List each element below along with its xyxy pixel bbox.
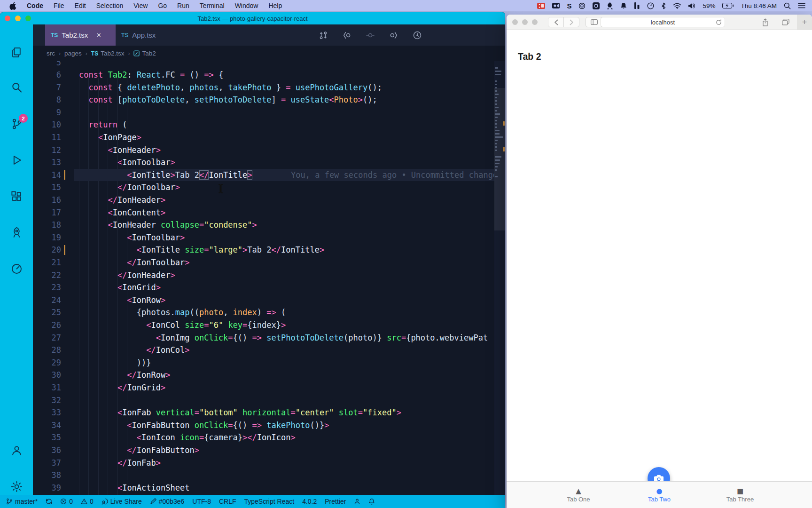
line-number[interactable]: 33: [33, 406, 61, 419]
share-icon[interactable]: [757, 17, 773, 27]
wifi-icon[interactable]: [673, 3, 681, 9]
code-line[interactable]: 18 <IonHeader collapse="condense">: [33, 219, 494, 231]
code-line[interactable]: 38: [33, 469, 494, 482]
menu-help[interactable]: Help: [268, 2, 282, 9]
line-number[interactable]: 13: [33, 156, 61, 169]
code-line[interactable]: 9: [33, 106, 494, 119]
breadcrumb-item-src[interactable]: src: [47, 50, 55, 57]
line-number[interactable]: 6: [33, 69, 61, 81]
line-number[interactable]: 20: [33, 244, 61, 256]
code-line[interactable]: 37 </IonFab>: [33, 457, 494, 469]
explorer-icon[interactable]: [10, 46, 23, 59]
code-line[interactable]: 19 <IonToolbar>: [33, 231, 494, 244]
tab-tab-two[interactable]: ●Tab Two: [631, 482, 687, 508]
line-number[interactable]: 34: [33, 419, 61, 432]
minimap[interactable]: [494, 61, 505, 495]
line-number[interactable]: 38: [33, 469, 61, 482]
line-number[interactable]: 22: [33, 269, 61, 282]
status-0[interactable]: 0: [81, 498, 94, 505]
status-live-share[interactable]: Live Share: [102, 498, 142, 505]
line-number[interactable]: 15: [33, 181, 61, 194]
code-line[interactable]: 21 </IonToolbar>: [33, 256, 494, 269]
code-line[interactable]: 20 <IonTitle size="large">Tab 2</IonTitl…: [33, 244, 494, 256]
new-tab-button[interactable]: +: [797, 15, 812, 30]
editor-tab-app.tsx[interactable]: TSApp.tsx: [116, 24, 186, 46]
line-number[interactable]: 19: [33, 231, 61, 244]
extensions-icon[interactable]: [10, 190, 23, 203]
editor-tab-tab2.tsx[interactable]: TSTab2.tsx×: [45, 24, 116, 46]
search-icon[interactable]: [10, 81, 23, 94]
line-number[interactable]: 9: [33, 106, 61, 119]
volume-icon[interactable]: [688, 3, 695, 9]
code-line[interactable]: 35 <IonIcon icon={camera}></IonIcon>: [33, 431, 494, 444]
menu-go[interactable]: Go: [158, 2, 167, 9]
menu-terminal[interactable]: Terminal: [200, 2, 225, 9]
line-number[interactable]: 12: [33, 144, 61, 157]
line-number[interactable]: 24: [33, 294, 61, 307]
code-line[interactable]: 27 <IonImg onClick={() => setPhotoToDele…: [33, 332, 494, 344]
code-line[interactable]: 22 </IonHeader>: [33, 269, 494, 282]
status-sync[interactable]: [46, 498, 52, 505]
menu-selection[interactable]: Selection: [96, 2, 124, 9]
code-line[interactable]: 10 return (: [33, 119, 494, 131]
minimize-window-button[interactable]: [522, 19, 528, 25]
run-debug-icon[interactable]: [10, 154, 23, 167]
menu-edit[interactable]: Edit: [75, 2, 86, 9]
control-center-icon[interactable]: [798, 3, 805, 8]
code-line[interactable]: 5: [33, 61, 494, 69]
line-number[interactable]: 21: [33, 256, 61, 269]
code-line[interactable]: 8 const [photoToDelete, setPhotoToDelete…: [33, 94, 494, 106]
breadcrumb-item-tab2.tsx[interactable]: TSTab2.tsx: [91, 50, 125, 57]
tab-overview-icon[interactable]: [778, 17, 793, 27]
line-number[interactable]: 31: [33, 381, 61, 394]
status-4-0-2[interactable]: 4.0.2: [302, 498, 317, 505]
close-window-button[interactable]: [512, 19, 518, 25]
forward-button[interactable]: [563, 17, 579, 27]
minimize-window-button[interactable]: [15, 16, 21, 21]
menu-run[interactable]: Run: [177, 2, 189, 9]
vscode-titlebar[interactable]: Tab2.tsx — photo-gallery-capacitor-react: [0, 12, 505, 24]
line-number[interactable]: 10: [33, 119, 61, 131]
status-master-[interactable]: master*: [6, 498, 38, 505]
line-number[interactable]: 17: [33, 206, 61, 219]
menu-app-name[interactable]: Code: [27, 2, 43, 9]
code-line[interactable]: 14 <IonTitle>Tab 2</IonTitle>You, a few …: [33, 169, 494, 182]
apple-menu-icon[interactable]: [9, 2, 16, 10]
code-line[interactable]: 34 <IonFabButton onClick={() => takePhot…: [33, 419, 494, 432]
code-line[interactable]: 15 </IonToolbar>: [33, 181, 494, 194]
menu-view[interactable]: View: [133, 2, 148, 9]
notification-bell-icon[interactable]: [620, 2, 627, 9]
line-number[interactable]: 25: [33, 306, 61, 319]
line-number[interactable]: 32: [33, 394, 61, 407]
code-line[interactable]: 12 <IonHeader>: [33, 144, 494, 157]
line-number[interactable]: 27: [33, 332, 61, 344]
line-number[interactable]: 36: [33, 444, 61, 457]
video-camera-icon[interactable]: [552, 3, 560, 8]
tab-tab-three[interactable]: ■Tab Three: [712, 482, 768, 508]
back-button[interactable]: [548, 17, 564, 27]
code-line[interactable]: 32: [33, 394, 494, 407]
code-line[interactable]: 25 {photos.map((photo, index) => (: [33, 306, 494, 319]
line-number[interactable]: 26: [33, 319, 61, 332]
address-bar[interactable]: localhost: [601, 17, 725, 27]
code-line[interactable]: 39 <IonActionSheet: [33, 482, 494, 494]
line-number[interactable]: 39: [33, 482, 61, 494]
code-line[interactable]: 28 </IonCol>: [33, 344, 494, 357]
spotlight-search-icon[interactable]: [784, 2, 791, 9]
code-editor[interactable]: 56const Tab2: React.FC = () => {7 const …: [33, 61, 505, 495]
code-line[interactable]: 33 <IonFab vertical="bottom" horizontal=…: [33, 406, 494, 419]
target-icon[interactable]: [578, 2, 586, 9]
code-line[interactable]: 16 </IonHeader>: [33, 194, 494, 206]
status-typescript-react[interactable]: TypeScript React: [244, 498, 295, 505]
line-number[interactable]: 30: [33, 369, 61, 381]
tab-tab-one[interactable]: ▲Tab One: [550, 482, 607, 508]
line-number[interactable]: 23: [33, 281, 61, 294]
code-line[interactable]: 36 </IonFabButton>: [33, 444, 494, 457]
status-crlf[interactable]: CRLF: [219, 498, 236, 505]
stats-bars-icon[interactable]: [634, 2, 640, 9]
bluetooth-icon[interactable]: [661, 2, 666, 9]
status-person[interactable]: [354, 498, 360, 505]
breadcrumb-item-tab2[interactable]: Tab2: [133, 50, 156, 57]
remote-rocket-icon[interactable]: [10, 226, 23, 239]
line-number[interactable]: 29: [33, 357, 61, 369]
